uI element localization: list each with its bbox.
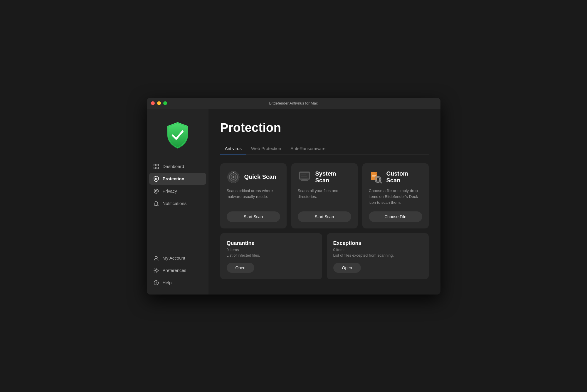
svg-rect-22 [299,172,299,179]
quarantine-title: Quarantine [227,240,316,246]
protection-nav-icon: B [153,176,159,182]
sidebar-nav: Dashboard B Protection [147,161,208,246]
svg-rect-21 [300,173,309,179]
account-icon [153,255,159,261]
close-button[interactable] [151,101,155,105]
sidebar-item-privacy[interactable]: Privacy [149,185,206,197]
scan-cards-grid: Quick Scan Scans critical areas where ma… [220,163,429,229]
custom-scan-title: Custom Scan [386,170,422,184]
exceptions-card: Exceptions 0 items List of files excepte… [327,233,429,279]
page-title: Protection [220,121,429,135]
tab-web-protection[interactable]: Web Protection [246,143,286,154]
help-label: Help [163,280,172,285]
quick-scan-title: Quick Scan [244,174,276,180]
preferences-label: Preferences [163,268,186,273]
system-scan-button[interactable]: Start Scan [298,211,351,222]
sidebar-item-notifications[interactable]: Notifications [149,198,206,209]
sidebar-logo [147,115,208,161]
quick-scan-icon [227,170,240,184]
quick-scan-card: Quick Scan Scans critical areas where ma… [220,163,287,229]
exceptions-count: 0 items [333,248,422,252]
custom-scan-card: Custom Scan Choose a file or simply drop… [362,163,429,229]
tab-antivirus[interactable]: Antivirus [220,143,247,154]
shield-logo-icon [164,121,191,150]
svg-rect-2 [154,167,156,169]
system-scan-icon [298,170,311,184]
svg-text:?: ? [155,281,157,285]
custom-scan-icon [369,170,382,184]
privacy-icon [153,188,159,194]
svg-point-6 [155,190,157,192]
custom-scan-header: Custom Scan [369,170,422,184]
system-scan-header: System Scan [298,170,351,184]
sidebar-item-help[interactable]: ? Help [149,277,206,289]
svg-rect-27 [301,176,307,176]
svg-point-18 [233,176,234,178]
svg-rect-24 [301,180,308,181]
sidebar-item-my-account[interactable]: My Account [149,252,206,264]
app-body: Dashboard B Protection [147,109,440,295]
svg-point-11 [155,256,157,259]
tab-anti-ransomware[interactable]: Anti-Ransomware [286,143,330,154]
notifications-icon [153,201,159,206]
svg-rect-26 [301,175,308,175]
svg-point-19 [233,172,234,173]
svg-rect-23 [302,179,307,180]
notifications-label: Notifications [163,201,187,206]
sidebar: Dashboard B Protection [147,109,208,295]
svg-rect-34 [372,176,375,177]
window-controls [151,101,167,105]
titlebar: Bitdefender Antivirus for Mac [147,98,440,109]
privacy-label: Privacy [163,189,177,194]
preferences-icon [153,267,159,273]
app-window: Bitdefender Antivirus for Mac [147,98,440,295]
quick-scan-desc: Scans critical areas where malware usual… [227,188,280,206]
quarantine-desc: List of infected files. [227,253,316,258]
svg-rect-0 [154,164,156,166]
sidebar-bottom-nav: My Account Preferences [147,252,208,289]
dashboard-icon [153,164,159,169]
quarantine-count: 0 items [227,248,316,252]
dashboard-label: Dashboard [163,164,184,169]
svg-rect-3 [157,167,159,169]
minimize-button[interactable] [157,101,161,105]
system-scan-title: System Scan [315,170,351,184]
choose-file-button[interactable]: Choose File [369,211,422,222]
svg-rect-1 [157,164,159,166]
svg-rect-25 [301,174,306,174]
custom-scan-desc: Choose a file or simply drop items on Bi… [369,188,422,206]
my-account-label: My Account [163,255,186,260]
bottom-cards-grid: Quarantine 0 items List of infected file… [220,233,429,279]
system-scan-desc: Scans all your files and directories. [298,188,351,206]
sidebar-item-preferences[interactable]: Preferences [149,265,206,276]
sidebar-item-protection[interactable]: B Protection [149,173,206,185]
main-content: Protection Antivirus Web Protection Anti… [208,109,440,295]
svg-point-12 [155,270,157,271]
quarantine-open-button[interactable]: Open [227,263,254,273]
help-icon: ? [153,280,159,286]
system-scan-card: System Scan Scans all your files and dir… [291,163,358,229]
exceptions-open-button[interactable]: Open [333,263,361,273]
quarantine-card: Quarantine 0 items List of infected file… [220,233,322,279]
quick-scan-button[interactable]: Start Scan [227,211,280,222]
exceptions-title: Exceptions [333,240,422,246]
svg-line-32 [380,181,381,183]
maximize-button[interactable] [163,101,167,105]
svg-rect-33 [372,175,376,176]
window-title: Bitdefender Antivirus for Mac [269,101,318,105]
protection-label: Protection [163,176,184,181]
svg-text:B: B [155,178,157,181]
quick-scan-header: Quick Scan [227,170,280,184]
exceptions-desc: List of files excepted from scanning. [333,253,422,258]
sidebar-item-dashboard[interactable]: Dashboard [149,161,206,172]
tabs-bar: Antivirus Web Protection Anti-Ransomware [220,143,429,154]
